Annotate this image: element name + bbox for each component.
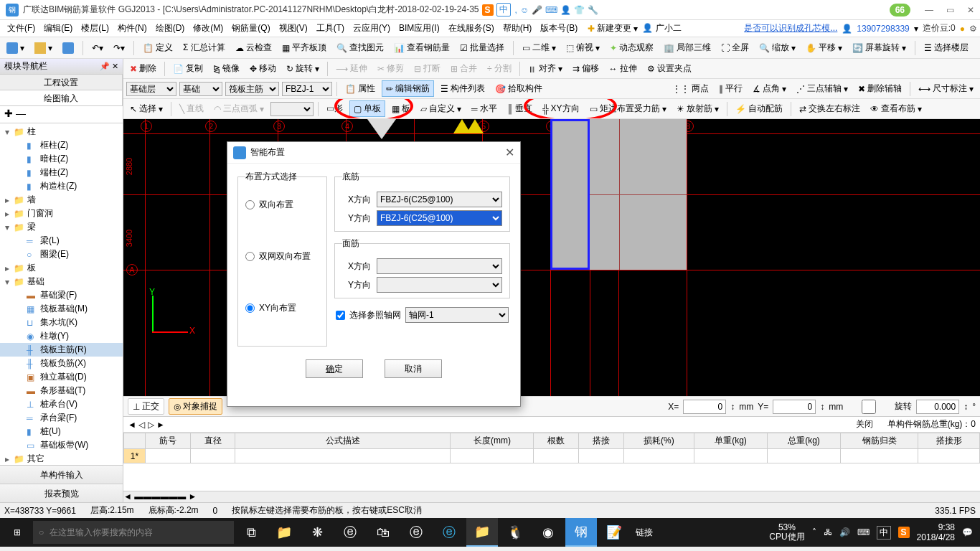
qq-icon[interactable]: 🐧: [499, 518, 531, 547]
break-button[interactable]: ⊟打断: [410, 61, 444, 76]
menu-cloud[interactable]: 云应用(Y): [349, 21, 395, 36]
edge-icon[interactable]: ⓔ: [334, 518, 366, 547]
cloud-check-button[interactable]: ☁ 云检查: [232, 40, 275, 55]
tree-item[interactable]: ▭基础板带(W): [0, 438, 123, 452]
ok-button[interactable]: 确定: [306, 359, 363, 378]
pan-button[interactable]: ✋ 平移▾: [802, 40, 846, 55]
delete-button[interactable]: ✖删除: [126, 61, 160, 76]
offset-button[interactable]: ⇉偏移: [569, 61, 603, 76]
tree-node-opening[interactable]: ▸📁门窗洞: [0, 207, 123, 220]
new-button[interactable]: ▾: [3, 41, 28, 55]
explorer2-icon[interactable]: 📁: [466, 518, 498, 547]
member-list-button[interactable]: ☰构件列表: [437, 81, 489, 96]
view-layout-button[interactable]: 👁查看布筋▾: [867, 101, 925, 116]
app-icon-2[interactable]: ◉: [532, 518, 564, 547]
tree-item[interactable]: ▬条形基础(T): [0, 384, 123, 397]
table-row[interactable]: 1*: [124, 449, 980, 463]
parallel-button[interactable]: ∥平行: [715, 81, 746, 96]
menu-file[interactable]: 文件(F): [3, 21, 39, 36]
horiz-button[interactable]: ═水平: [468, 101, 501, 116]
menu-view[interactable]: 视图(V): [275, 21, 312, 36]
radio-doublenet[interactable]: 双网双向布置: [245, 250, 319, 263]
redo-button[interactable]: ↷▾: [110, 42, 128, 55]
tray-up-icon[interactable]: ˄: [812, 527, 816, 537]
tree-item[interactable]: ⊔集水坑(K): [0, 316, 123, 329]
top-y-select[interactable]: [377, 277, 502, 293]
linestyle-select[interactable]: [270, 102, 314, 116]
menu-tools[interactable]: 工具(T): [312, 21, 349, 36]
dialog-close-button[interactable]: ✕: [505, 146, 514, 159]
menu-modify[interactable]: 修改(M): [189, 21, 227, 36]
dimension-button[interactable]: ⟷尺寸标注▾: [915, 81, 977, 96]
sogou-tray-icon[interactable]: S: [898, 527, 910, 538]
volume-icon[interactable]: 🔊: [839, 527, 850, 537]
menu-edit[interactable]: 编辑(E): [39, 21, 77, 36]
tab-project-settings[interactable]: 工程设置: [0, 75, 123, 90]
new-change-button[interactable]: ✚新建变更▾: [588, 22, 638, 34]
mirror-button[interactable]: ⧎镜像: [209, 61, 243, 76]
custom-slab-button[interactable]: ▱自定义▾: [417, 101, 465, 116]
menu-floor[interactable]: 楼层(L): [77, 21, 113, 36]
top-x-select[interactable]: [377, 258, 502, 274]
top-view-button[interactable]: ⬚ 俯视▾: [562, 40, 603, 55]
score-badge[interactable]: 66: [890, 4, 910, 17]
tree-node-other[interactable]: ▸📁其它: [0, 452, 123, 465]
ortho-button[interactable]: ⊥ 正交: [128, 398, 164, 415]
radio-xy[interactable]: XY向布置: [245, 302, 319, 314]
single-member-input-button[interactable]: 单构件输入: [0, 465, 123, 484]
stretch-button[interactable]: ↔拉伸: [606, 61, 641, 76]
category-select[interactable]: 基础: [179, 82, 222, 96]
radio-bidirectional[interactable]: 双向布置: [245, 199, 319, 211]
tree-item[interactable]: ▦筏板基础(M): [0, 302, 123, 316]
x-input[interactable]: [683, 400, 726, 414]
explorer-icon[interactable]: 📁: [268, 518, 300, 547]
menu-help[interactable]: 帮助(H): [499, 21, 537, 36]
rotate-input[interactable]: [916, 400, 959, 414]
menu-bim[interactable]: BIM应用(I): [395, 21, 444, 36]
define-button[interactable]: 📋 定义: [139, 40, 176, 55]
local3d-button[interactable]: 🏢 局部三维: [660, 40, 715, 55]
tree-item[interactable]: ╫筏板负筋(X): [0, 357, 123, 370]
property-button[interactable]: 📋属性: [341, 81, 379, 96]
two-point-button[interactable]: ⋮⋮两点: [669, 81, 712, 96]
tree-item[interactable]: ▮框柱(Z): [0, 138, 123, 152]
nav-pin-icon[interactable]: 📌 ✕: [100, 62, 118, 71]
subcategory-select[interactable]: 筏板主筋: [225, 82, 279, 96]
2d-button[interactable]: ▭ 二维▾: [519, 40, 560, 55]
search-box[interactable]: ○ 在这里输入你要搜索的内容: [33, 521, 234, 544]
undo-button[interactable]: ↶▾: [88, 42, 107, 55]
zoom-button[interactable]: 🔍 缩放▾: [755, 40, 799, 55]
tree-node-wall[interactable]: ▸📁墙: [0, 193, 123, 207]
store-icon[interactable]: 🛍: [367, 518, 399, 547]
single-slab-button[interactable]: ▢单板: [349, 100, 385, 117]
auto-rebar-button[interactable]: ⚡自动配筋: [732, 101, 786, 116]
tree-item-selected[interactable]: ╫筏板主筋(R): [0, 343, 123, 357]
floor-select[interactable]: 基础层: [126, 82, 176, 96]
report-preview-button[interactable]: 报表预览: [0, 484, 123, 502]
close-button[interactable]: ✕: [967, 5, 974, 15]
user-button[interactable]: 👤 广小二: [638, 21, 685, 36]
rotate-button[interactable]: ↻旋转▾: [283, 61, 323, 76]
tree-node-column[interactable]: ▾📁柱: [0, 125, 123, 138]
menu-version[interactable]: 版本号(B): [536, 21, 582, 36]
save-button[interactable]: [59, 41, 77, 55]
ref-axis-checkbox[interactable]: [336, 311, 345, 320]
swap-button[interactable]: ⇄交换左右标注: [796, 101, 864, 116]
select-floor-button[interactable]: ☰ 选择楼层: [920, 40, 972, 55]
three-aux-button[interactable]: ⋰三点辅轴▾: [793, 81, 852, 96]
multi-slab-button[interactable]: ▦板: [388, 101, 414, 116]
ie-icon[interactable]: ⓔ: [433, 518, 465, 547]
tree-item[interactable]: ═承台梁(F): [0, 411, 123, 425]
notifications-icon[interactable]: 💬: [962, 527, 973, 537]
dynamic-button[interactable]: ✦ 动态观察: [606, 40, 657, 55]
arc-button[interactable]: ◠三点画弧▾: [210, 101, 268, 116]
tree-item[interactable]: ▣独立基础(D): [0, 370, 123, 384]
settings-icon[interactable]: ⚙: [969, 24, 977, 34]
tree-item[interactable]: ⊥桩承台(V): [0, 397, 123, 411]
y-input[interactable]: [773, 400, 816, 414]
close-panel-button[interactable]: 关闭: [856, 418, 873, 430]
tab-draw-input[interactable]: 绘图输入: [0, 90, 123, 105]
faq-link[interactable]: 是否可以识别成孔芯模...: [744, 22, 837, 34]
tree-item[interactable]: ▮暗柱(Z): [0, 152, 123, 166]
phone-number[interactable]: 13907298339: [857, 24, 909, 34]
